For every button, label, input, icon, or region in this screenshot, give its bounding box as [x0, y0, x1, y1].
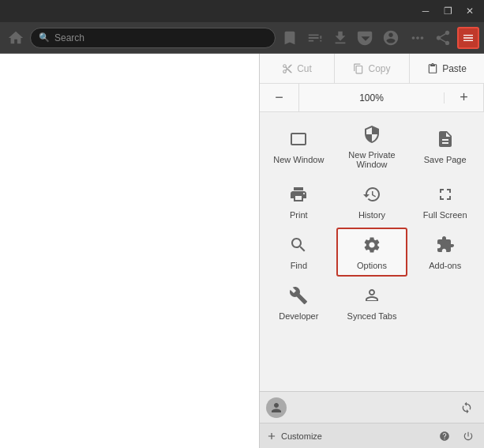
- new-private-window-item[interactable]: New Private Window: [336, 117, 408, 175]
- close-button[interactable]: ✕: [459, 2, 481, 20]
- search-placeholder: Search: [54, 32, 84, 43]
- developer-label: Developer: [279, 311, 318, 321]
- reading-list-button[interactable]: [304, 27, 326, 49]
- add-ons-item[interactable]: Add-ons: [409, 228, 481, 277]
- cut-label: Cut: [297, 63, 312, 74]
- bottom-right: [456, 397, 478, 419]
- menu-panel: Cut Copy Paste − 100% +: [259, 54, 484, 448]
- main-area: Cut Copy Paste − 100% +: [0, 54, 484, 448]
- find-label: Find: [291, 261, 307, 270]
- pocket-button[interactable]: [355, 27, 377, 49]
- synced-tabs-label: Synced Tabs: [347, 311, 397, 321]
- history-item[interactable]: History: [336, 177, 408, 226]
- title-bar: ─ ❐ ✕: [0, 0, 484, 22]
- options-icon: [362, 235, 381, 258]
- full-screen-label: Full Screen: [423, 210, 467, 220]
- minimize-button[interactable]: ─: [415, 2, 437, 20]
- menu-grid: New Window New Private Window Save Page: [260, 112, 484, 391]
- firefox-account-button[interactable]: [380, 27, 402, 49]
- find-icon: [289, 235, 308, 258]
- full-screen-item[interactable]: Full Screen: [409, 177, 481, 226]
- customize-right: [435, 427, 478, 446]
- print-icon: [289, 185, 308, 207]
- download-button[interactable]: [329, 27, 351, 49]
- find-item[interactable]: Find: [263, 228, 335, 277]
- restore-button[interactable]: ❐: [437, 2, 459, 20]
- search-bar[interactable]: 🔍 Search: [30, 28, 276, 48]
- paste-label: Paste: [442, 63, 467, 74]
- menu-row-3: Find Options Add-ons: [263, 228, 481, 277]
- save-page-icon: [436, 130, 455, 152]
- browser-area: [0, 54, 259, 448]
- developer-icon: [289, 286, 308, 308]
- developer-item[interactable]: Developer: [263, 278, 335, 327]
- history-label: History: [358, 210, 385, 220]
- add-ons-icon: [436, 235, 455, 258]
- copy-button[interactable]: Copy: [335, 54, 410, 84]
- clipboard-row: Cut Copy Paste: [260, 54, 484, 84]
- add-ons-label: Add-ons: [429, 261, 461, 270]
- new-window-label: New Window: [273, 155, 324, 164]
- customize-label: Customize: [281, 431, 322, 441]
- synced-tabs-item[interactable]: Synced Tabs: [336, 278, 408, 327]
- save-page-item[interactable]: Save Page: [409, 117, 481, 175]
- customize-button[interactable]: Customize: [266, 431, 322, 442]
- print-item[interactable]: Print: [263, 177, 335, 226]
- print-label: Print: [290, 210, 308, 220]
- bottom-left: [266, 397, 287, 418]
- options-label: Options: [357, 261, 387, 270]
- menu-row-2: Print History Full Screen: [263, 177, 481, 226]
- history-icon: [362, 185, 381, 207]
- cut-button[interactable]: Cut: [260, 54, 335, 84]
- more-button[interactable]: [407, 27, 429, 49]
- bookmark-button[interactable]: [279, 27, 301, 49]
- home-button[interactable]: [5, 27, 27, 49]
- customize-bar: Customize: [260, 423, 484, 448]
- zoom-out-button[interactable]: −: [260, 84, 299, 112]
- zoom-row: − 100% +: [260, 84, 484, 112]
- synced-tabs-icon: [362, 286, 381, 308]
- menu-row-4: Developer Synced Tabs: [263, 278, 481, 327]
- menu-row-1: New Window New Private Window Save Page: [263, 117, 481, 175]
- quit-button[interactable]: [459, 427, 478, 446]
- bottom-bar: [260, 391, 484, 423]
- search-icon: 🔍: [39, 32, 50, 43]
- paste-button[interactable]: Paste: [410, 54, 484, 84]
- new-window-item[interactable]: New Window: [263, 117, 335, 175]
- zoom-minus-icon: −: [275, 89, 283, 106]
- zoom-in-button[interactable]: +: [445, 84, 484, 112]
- help-button[interactable]: [435, 427, 454, 446]
- new-window-icon: [289, 130, 308, 152]
- zoom-level: 100%: [299, 92, 445, 104]
- options-item[interactable]: Options: [336, 228, 408, 277]
- toolbar: 🔍 Search: [0, 22, 484, 54]
- new-private-window-label: New Private Window: [341, 150, 403, 169]
- share-button[interactable]: [432, 27, 454, 49]
- save-page-label: Save Page: [424, 155, 467, 164]
- hamburger-menu-button[interactable]: [457, 27, 479, 49]
- copy-label: Copy: [368, 63, 390, 74]
- zoom-plus-icon: +: [460, 89, 468, 106]
- avatar[interactable]: [266, 397, 287, 418]
- new-private-window-icon: [362, 125, 381, 147]
- full-screen-icon: [436, 185, 455, 207]
- sync-button[interactable]: [456, 397, 478, 419]
